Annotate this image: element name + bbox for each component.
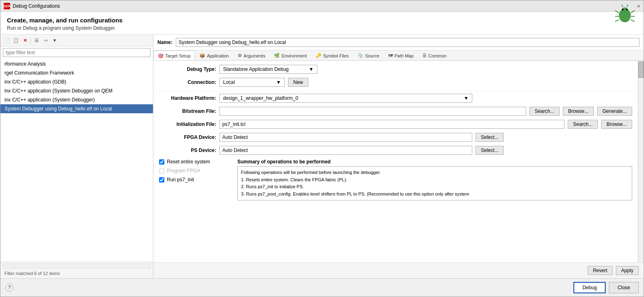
- tab-source-label: Source: [365, 53, 379, 58]
- separator-1: [159, 91, 632, 91]
- init-browse-button[interactable]: Browse...: [601, 120, 632, 129]
- revert-button[interactable]: Revert: [588, 266, 613, 275]
- tab-application[interactable]: 📦 Application: [195, 51, 233, 60]
- tab-path-map-label: Path Map: [394, 53, 414, 58]
- bitstream-generate-button[interactable]: Generate...: [597, 107, 632, 116]
- bitstream-browse-button[interactable]: Browse...: [563, 107, 594, 116]
- fpga-device-input[interactable]: [219, 133, 472, 142]
- header-subtitle: Run or Debug a program using System Debu…: [7, 25, 637, 31]
- filter-config-button[interactable]: ☰: [33, 36, 41, 44]
- left-panel-bottom: Filter matched 6 of 12 items: [0, 262, 153, 278]
- list-item[interactable]: inx C/C++ application (GDB): [0, 77, 153, 86]
- new-config-icon: 📄: [4, 38, 10, 43]
- application-icon: 📦: [199, 53, 205, 58]
- program-fpga-checkbox[interactable]: [159, 168, 164, 174]
- debug-button[interactable]: Debug: [573, 282, 606, 293]
- run-ps7-checkbox[interactable]: [159, 177, 164, 183]
- sdk-logo: SDK: [4, 3, 10, 9]
- new-config-button[interactable]: 📄: [3, 36, 11, 44]
- fpga-select-button[interactable]: Select...: [476, 133, 504, 142]
- toolbar: 📄 📋 ✕ ☰ ⇦ ▼: [0, 35, 153, 46]
- path-map-icon: 🗺: [388, 53, 393, 58]
- apply-button[interactable]: Apply: [616, 266, 639, 275]
- debug-type-chevron: ▼: [309, 66, 314, 72]
- tab-target-setup-label: Target Setup: [165, 53, 190, 58]
- reset-system-row: Reset entire system: [159, 159, 232, 165]
- copy-icon: 📋: [13, 38, 19, 43]
- tab-common[interactable]: ☰ Common: [418, 51, 451, 60]
- dropdown-icon: ▼: [53, 38, 57, 43]
- list-item[interactable]: inx C/C++ application (System Debugger o…: [0, 86, 153, 95]
- main-footer: ? Debug Close: [0, 278, 644, 297]
- ps-select-button[interactable]: Select...: [476, 146, 504, 155]
- target-setup-icon: 🎯: [158, 53, 164, 59]
- reset-system-label: Reset entire system: [167, 159, 210, 165]
- scrollbar-thumb[interactable]: [638, 62, 644, 78]
- tabs-bar: 🎯 Target Setup 📦 Application ⚙ Arguments…: [153, 51, 644, 61]
- tab-target-setup[interactable]: 🎯 Target Setup: [153, 51, 195, 61]
- tab-arguments[interactable]: ⚙ Arguments: [233, 51, 270, 60]
- delete-icon: ✕: [23, 38, 27, 43]
- bottom-right-buttons: Debug Close: [573, 282, 639, 293]
- filter-icon: ☰: [35, 38, 39, 43]
- checkboxes-col: Reset entire system Program FPGA Run ps7…: [159, 159, 232, 200]
- name-label: Name:: [157, 40, 173, 45]
- init-file-label: Initialization File:: [159, 121, 216, 127]
- svg-line-9: [631, 20, 635, 22]
- tab-application-label: Application: [207, 53, 229, 58]
- summary-box: Following operations will be performed b…: [237, 166, 632, 200]
- filter-input[interactable]: [3, 48, 150, 57]
- init-file-input[interactable]: [219, 120, 564, 129]
- ps-device-input[interactable]: [219, 146, 472, 155]
- window-close-button[interactable]: ×: [637, 3, 640, 9]
- list-item-selected[interactable]: System Debugger using Debug_hello.elf on…: [0, 104, 153, 113]
- bug-icon: [614, 4, 635, 25]
- new-connection-button[interactable]: New: [288, 78, 308, 87]
- program-fpga-row: Program FPGA: [159, 168, 232, 174]
- tab-source[interactable]: 📎 Source: [353, 51, 384, 60]
- hardware-platform-value: design_1_wrapper_hw_platform_0: [223, 95, 298, 101]
- delete-config-button[interactable]: ✕: [21, 36, 29, 44]
- svg-line-11: [627, 4, 628, 7]
- tab-symbol-files[interactable]: 🔑 Symbol Files: [311, 51, 353, 60]
- help-button[interactable]: ?: [5, 284, 13, 292]
- summary-col: Summary of operations to be performed Fo…: [237, 159, 632, 200]
- hardware-platform-dropdown[interactable]: design_1_wrapper_hw_platform_0 ▼: [219, 94, 472, 103]
- debug-type-row: Debug Type: Standalone Application Debug…: [159, 65, 632, 74]
- list-item[interactable]: rget Communication Framework: [0, 68, 153, 77]
- debug-type-dropdown[interactable]: Standalone Application Debug ▼: [219, 65, 317, 74]
- list-item[interactable]: inx C/C++ application (System Debugger): [0, 95, 153, 104]
- dropdown-config-button[interactable]: ▼: [51, 36, 59, 44]
- list-item[interactable]: rformance Analysis: [0, 59, 153, 68]
- debug-type-label: Debug Type:: [159, 66, 216, 72]
- collapse-config-button[interactable]: ⇦: [42, 36, 50, 44]
- connection-dropdown[interactable]: Local ▼: [219, 78, 285, 87]
- bottom-section: Reset entire system Program FPGA Run ps7…: [159, 159, 632, 200]
- summary-text: Following operations will be performed b…: [241, 170, 469, 196]
- init-search-button[interactable]: Search...: [568, 120, 598, 129]
- header-title: Create, manage, and run configurations: [7, 17, 637, 24]
- run-ps7-row: Run ps7_init: [159, 177, 232, 183]
- tab-path-map[interactable]: 🗺 Path Map: [384, 51, 418, 60]
- svg-line-4: [615, 11, 619, 13]
- bitstream-search-button[interactable]: Search...: [529, 107, 560, 116]
- tab-symbol-files-label: Symbol Files: [323, 53, 349, 58]
- connection-label: Connection:: [159, 79, 216, 85]
- toolbar-divider-1: [31, 37, 31, 44]
- svg-point-2: [622, 9, 624, 10]
- right-vertical-scrollbar[interactable]: [638, 61, 644, 262]
- connection-row: Connection: Local ▼ New: [159, 78, 632, 87]
- close-button[interactable]: Close: [609, 282, 639, 293]
- tab-environment[interactable]: 🌿 Environment: [270, 51, 311, 60]
- copy-config-button[interactable]: 📋: [12, 36, 20, 44]
- reset-system-checkbox[interactable]: [159, 159, 164, 165]
- init-file-row: Initialization File: Search... Browse...: [159, 120, 632, 129]
- name-input[interactable]: [176, 38, 640, 47]
- content-scroll-wrapper: Debug Type: Standalone Application Debug…: [153, 61, 644, 262]
- connection-chevron: ▼: [276, 79, 281, 85]
- horizontal-scrollbar[interactable]: [3, 264, 150, 268]
- name-row: Name:: [153, 35, 644, 51]
- filter-status: Filter matched 6 of 12 items: [3, 270, 150, 277]
- source-icon: 📎: [358, 53, 363, 58]
- bitstream-file-input[interactable]: [219, 107, 526, 116]
